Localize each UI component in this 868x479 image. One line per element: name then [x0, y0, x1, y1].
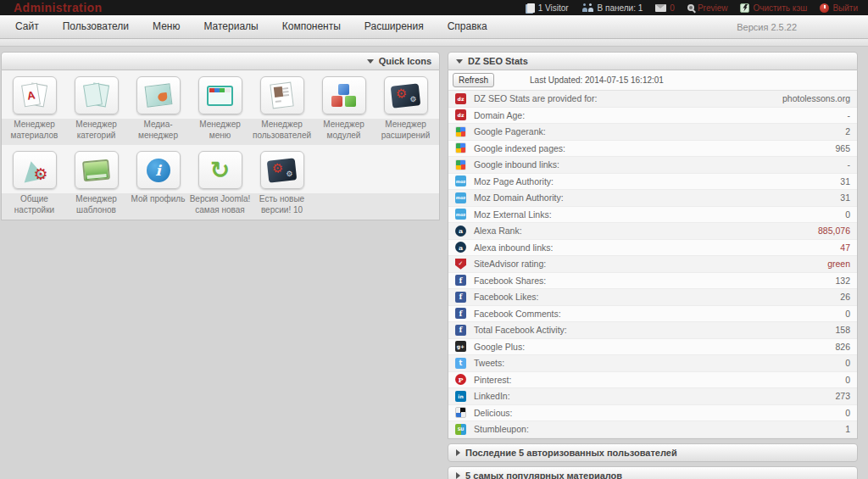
stat-value[interactable]: 885,076 — [818, 226, 850, 236]
quick-icon-cell: iМой профиль — [127, 145, 189, 220]
stat-row: inLinkedIn:273 — [448, 388, 857, 405]
extension-manager-button[interactable]: ⚙⚙ — [384, 76, 428, 114]
seo-stats-rows: dzDZ SEO Stats are provided for:photoles… — [448, 91, 857, 438]
quick-icon-label: Общие настройки — [4, 194, 65, 215]
media-manager-button[interactable] — [136, 76, 181, 114]
seo-stats-header[interactable]: DZ SEO Stats — [448, 52, 858, 70]
quick-icon-label: Медиа-менеджер — [128, 120, 189, 141]
menu-item-3[interactable]: Материалы — [192, 15, 270, 38]
updates-available-button[interactable]: ⚙⚙ — [260, 151, 304, 189]
quick-icon-cell: ↻Версия Joomla! самая новая — [189, 145, 251, 220]
stat-row: mozMoz Page Authority:31 — [448, 174, 857, 191]
quick-icon-label: Менеджер расширений — [376, 120, 437, 141]
quick-icons-title: Quick Icons — [379, 56, 431, 66]
preview-link[interactable]: Preview — [687, 3, 728, 13]
logout-icon — [820, 3, 829, 13]
visitor-label: 1 Visitor — [538, 3, 569, 13]
stat-row: fTotal Facebook Activity:158 — [448, 322, 857, 339]
messages-link[interactable]: 0 — [655, 3, 675, 13]
stat-value: 158 — [835, 325, 850, 335]
recent-users-title: Последние 5 авторизованных пользователей — [465, 448, 677, 458]
stat-value: 132 — [835, 276, 850, 286]
stat-row: mozMoz External Links:0 — [448, 207, 857, 224]
siteadvisor-icon: ✓ — [455, 259, 466, 270]
facebook-icon: f — [455, 275, 466, 286]
refresh-button[interactable]: Refresh — [453, 73, 494, 87]
menu-item-0[interactable]: Сайт — [3, 15, 51, 38]
stumbleupon-icon: SU — [455, 424, 466, 435]
joomla-version-button[interactable]: ↻ — [198, 151, 242, 189]
popular-articles-header[interactable]: 5 самых популярных материалов — [448, 466, 858, 479]
mail-icon — [655, 4, 666, 12]
gplus-icon: g+ — [455, 341, 466, 352]
stat-value: 31 — [840, 192, 850, 203]
global-config-icon: ⚙ — [21, 159, 48, 182]
stat-label: Domain Age: — [474, 110, 848, 120]
dz-icon: dz — [455, 109, 466, 120]
menu-item-5[interactable]: Расширения — [353, 15, 436, 38]
stat-value[interactable]: 47 — [840, 242, 850, 253]
seo-stats-panel: Refresh Last Updated: 2014-07-15 16:12:0… — [448, 70, 858, 439]
linkedin-icon: in — [455, 391, 466, 402]
app-title: Administration — [14, 0, 102, 15]
template-manager-button[interactable] — [75, 151, 119, 189]
menu-manager-button[interactable] — [198, 76, 242, 114]
stat-label: Facebook Comments: — [474, 309, 845, 319]
stat-label: Google Pagerank: — [474, 126, 845, 136]
menu-item-2[interactable]: Меню — [141, 15, 192, 38]
stat-row: Google inbound links:- — [448, 157, 857, 174]
menu-item-4[interactable]: Компоненты — [270, 15, 353, 38]
stat-row: tTweets:0 — [448, 355, 857, 372]
module-manager-icon — [331, 84, 357, 108]
stat-value: - — [848, 110, 851, 120]
alexa-icon: a — [455, 242, 466, 253]
media-manager-icon — [144, 83, 172, 107]
clear-cache-link[interactable]: Очистить кэш — [740, 3, 807, 13]
article-manager-button[interactable]: A — [13, 76, 57, 114]
quick-icon-cell: ⚙⚙Менеджер расширений — [375, 70, 437, 145]
stat-value: - — [848, 159, 851, 170]
menu-item-1[interactable]: Пользователи — [51, 15, 141, 38]
dz-icon: dz — [455, 93, 466, 104]
quick-icons-header[interactable]: Quick Icons — [1, 52, 440, 70]
module-manager-button[interactable] — [322, 76, 366, 114]
stat-value[interactable]: green — [827, 259, 850, 269]
quick-icon-cell: ⚙⚙Есть новые версии! 10 — [251, 145, 313, 220]
menu-manager-icon — [207, 86, 233, 106]
last-updated-label: Last Updated: 2014-07-15 16:12:01 — [530, 75, 664, 85]
stat-label: Google indexed pages: — [474, 143, 835, 153]
facebook-icon: f — [455, 325, 466, 336]
my-profile-button[interactable]: i — [136, 151, 181, 189]
quick-icon-label: Менеджер меню — [190, 120, 251, 141]
google-icon — [455, 126, 466, 137]
user-manager-icon — [270, 82, 293, 109]
quick-icon-cell: AМенеджер материалов — [3, 70, 65, 145]
stat-label: Pinterest: — [474, 375, 845, 385]
stat-value: 2 — [845, 126, 850, 136]
stat-label: Moz External Links: — [474, 209, 845, 220]
facebook-icon: f — [455, 308, 466, 319]
joomla-version-icon: ↻ — [210, 159, 230, 182]
admins-online-label: В панели: 1 — [598, 3, 643, 13]
updates-available-icon: ⚙⚙ — [267, 158, 298, 182]
stat-row: fFacebook Likes:26 — [448, 289, 857, 306]
stat-row: dzDomain Age:- — [448, 108, 857, 125]
main-menu: СайтПользователиМенюМатериалыКомпонентыР… — [3, 15, 499, 38]
stat-row: g+Google Plus:826 — [448, 339, 857, 356]
quick-icon-cell: ⚙Общие настройки — [3, 145, 65, 220]
menu-item-6[interactable]: Справка — [436, 15, 499, 38]
users-icon — [581, 3, 594, 12]
stat-label: Moz Page Authority: — [474, 176, 840, 187]
clear-cache-label: Очистить кэш — [753, 3, 807, 13]
category-manager-button[interactable] — [75, 76, 119, 114]
stat-label: Moz Domain Authority: — [474, 192, 840, 203]
quick-icon-cell: Менеджер модулей — [313, 70, 375, 145]
user-manager-button[interactable] — [260, 76, 304, 114]
global-config-button[interactable]: ⚙ — [13, 151, 57, 189]
logout-link[interactable]: Выйти — [820, 3, 858, 13]
stat-value: 273 — [835, 391, 850, 401]
stat-value: 965 — [835, 143, 850, 153]
recent-users-header[interactable]: Последние 5 авторизованных пользователей — [448, 443, 858, 462]
stat-label: Alexa inbound links: — [474, 242, 840, 253]
stat-value: 0 — [845, 309, 850, 319]
